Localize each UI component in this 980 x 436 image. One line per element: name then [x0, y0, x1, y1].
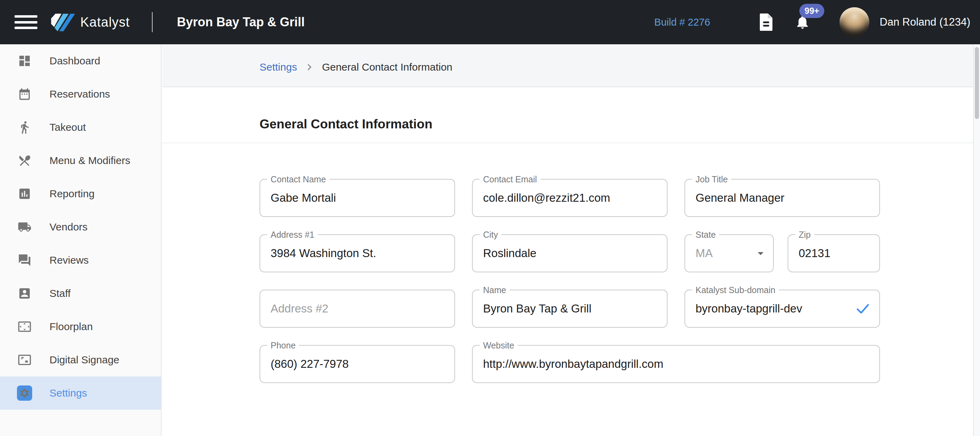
scrollbar-track[interactable] [973, 44, 980, 436]
sidebar-item-label: Reviews [49, 254, 89, 266]
sidebar-item-reporting[interactable]: Reporting [0, 177, 161, 210]
sidebar-item-label: Floorplan [49, 321, 93, 333]
sidebar-item-takeout[interactable]: Takeout [0, 111, 161, 144]
walk-icon [17, 120, 32, 135]
sidebar-nav: DashboardReservationsTakeoutMenu & Modif… [0, 44, 162, 436]
sidebar-item-vendors[interactable]: Vendors [0, 210, 161, 243]
menu-icon[interactable] [14, 15, 37, 29]
sidebar-item-label: Vendors [49, 221, 88, 233]
check-icon [854, 300, 871, 317]
user-name[interactable]: Dan Roland (1234) [880, 16, 970, 29]
city-field[interactable]: CityRoslindale [472, 234, 668, 272]
truck-icon [17, 220, 32, 235]
field-value: Byron Bay Tap & Grill [473, 290, 667, 327]
katalyst-logo-icon [50, 9, 75, 36]
sidebar-item-staff[interactable]: Staff [0, 277, 161, 310]
field-value: (860) 227-7978 [260, 346, 454, 382]
venue-title: Byron Bay Tap & Grill [177, 15, 304, 29]
main-content: Settings General Contact Information Gen… [162, 44, 973, 436]
header-actions: Build # 2276 99+ Dan Roland (1234) [654, 7, 970, 37]
dashboard-icon [17, 53, 32, 68]
page-title: General Contact Information [259, 117, 433, 132]
restaurant-icon [17, 153, 32, 168]
chat-icon [17, 253, 32, 268]
field-placeholder: Address #2 [260, 290, 454, 327]
sidebar-item-dashboard[interactable]: Dashboard [0, 44, 161, 78]
title-band: General Contact Information [162, 87, 973, 143]
person-icon [17, 286, 32, 301]
sidebar-item-settings[interactable]: Settings [0, 377, 161, 410]
breadcrumb-settings-link[interactable]: Settings [259, 61, 297, 73]
state-select[interactable]: StateMA [684, 234, 774, 272]
sidebar-item-label: Takeout [49, 121, 86, 133]
sidebar-item-label: Reservations [49, 88, 110, 100]
sidebar-item-menu-modifiers[interactable]: Menu & Modifiers [0, 144, 161, 177]
contact-name-field[interactable]: Contact NameGabe Mortali [259, 179, 455, 217]
sidebar-item-digital-signage[interactable]: Digital Signage [0, 343, 161, 377]
breadcrumb: Settings General Contact Information [162, 44, 973, 87]
address1-field[interactable]: Address #13984 Washington St. [259, 234, 455, 272]
sidebar-item-reviews[interactable]: Reviews [0, 243, 161, 277]
arrow-drop-down-icon[interactable] [754, 247, 768, 260]
sidebar-item-label: Reporting [49, 188, 94, 200]
field-value: 02131 [788, 235, 879, 272]
field-value: byronbay-tapgrill-dev [685, 290, 879, 327]
website-field[interactable]: Websitehttp://www.byronbaytapandgrill.co… [472, 345, 880, 383]
field-value: cole.dillon@rezzit21.com [473, 180, 667, 216]
gear-icon [17, 385, 32, 401]
signage-icon [17, 352, 32, 368]
chevron-right-icon [303, 61, 316, 73]
notification-badge: 99+ [799, 4, 824, 18]
top-header: Katalyst Byron Bay Tap & Grill Build # 2… [0, 0, 980, 44]
scrollbar-thumb[interactable] [975, 47, 979, 119]
calendar-icon [17, 86, 32, 102]
field-value: Roslindale [473, 235, 667, 272]
build-label: Build # 2276 [654, 17, 710, 28]
subdomain-field[interactable]: Katalyst Sub-domainbyronbay-tapgrill-dev [684, 290, 880, 328]
katalyst-app: Katalyst Byron Bay Tap & Grill Build # 2… [0, 0, 980, 436]
field-value: Gabe Mortali [260, 180, 454, 216]
sidebar-item-reservations[interactable]: Reservations [0, 78, 161, 111]
field-value: General Manager [685, 180, 879, 216]
floorplan-icon [17, 319, 32, 334]
avatar[interactable] [840, 7, 869, 37]
zip-field[interactable]: Zip02131 [788, 234, 880, 272]
field-value: 3984 Washington St. [260, 235, 454, 272]
chart-icon [17, 186, 32, 201]
sidebar-item-label: Settings [49, 387, 87, 399]
job-title-field[interactable]: Job TitleGeneral Manager [684, 179, 880, 217]
address2-field[interactable]: Address #2 [259, 290, 455, 328]
breadcrumb-current: General Contact Information [322, 61, 452, 73]
sidebar-item-label: Digital Signage [49, 354, 119, 366]
field-value: http://www.byronbaytapandgrill.com [473, 346, 879, 382]
phone-field[interactable]: Phone(860) 227-7978 [259, 345, 455, 383]
contact-form: Contact NameGabe Mortali Contact Emailco… [259, 179, 880, 383]
bell-icon[interactable]: 99+ [794, 13, 810, 31]
sidebar-item-label: Staff [49, 288, 71, 299]
sidebar-item-label: Menu & Modifiers [49, 155, 130, 166]
state-zip-row: StateMA Zip02131 [684, 234, 880, 272]
header-divider [152, 12, 153, 32]
name-field[interactable]: NameByron Bay Tap & Grill [472, 290, 668, 328]
contact-email-field[interactable]: Contact Emailcole.dillon@rezzit21.com [472, 179, 668, 217]
sidebar-item-label: Dashboard [49, 55, 100, 67]
app-name: Katalyst [80, 15, 130, 30]
sidebar-item-floorplan[interactable]: Floorplan [0, 310, 161, 343]
file-icon[interactable] [758, 13, 774, 32]
